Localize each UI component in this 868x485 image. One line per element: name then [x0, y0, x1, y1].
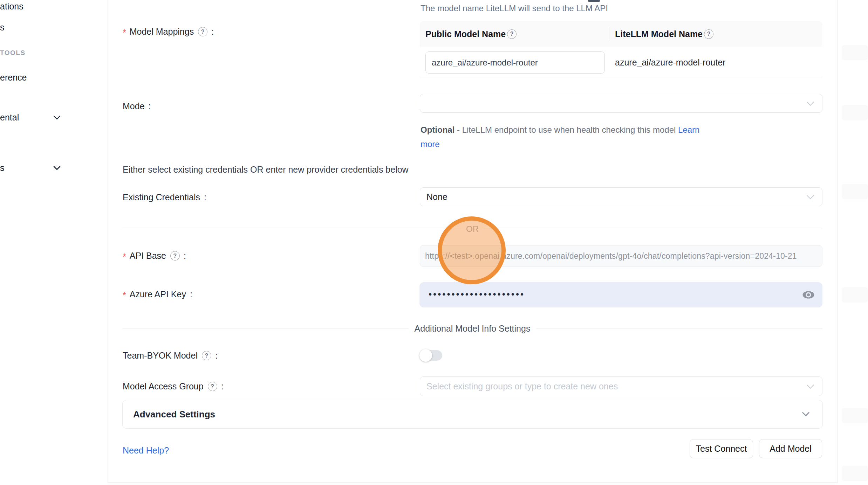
- advanced-settings-panel[interactable]: Advanced Settings: [122, 400, 823, 429]
- background-ghost-row: [842, 184, 868, 199]
- mode-help-text: Optional - LiteLLM endpoint to use when …: [421, 123, 715, 151]
- required-asterisk: *: [123, 28, 126, 38]
- azure-api-key-input[interactable]: •••••••••••••••••••••: [419, 282, 822, 307]
- litellm-model-name-header: LiteLLM Model Name ?: [609, 29, 713, 39]
- mode-help-bold: Optional: [421, 125, 454, 134]
- additional-settings-divider-text: Additional Model Info Settings: [409, 324, 536, 334]
- help-question-icon[interactable]: ?: [208, 382, 217, 391]
- chevron-down-icon: [802, 409, 809, 416]
- sidebar-item-fragment[interactable]: s: [0, 22, 5, 33]
- team-byok-label-text: Team-BYOK Model: [123, 351, 198, 361]
- existing-credentials-label: Existing Credentials :: [123, 192, 206, 202]
- public-model-name-header: Public Model Name ?: [420, 29, 609, 39]
- help-question-icon[interactable]: ?: [170, 251, 180, 261]
- chevron-down-icon: [807, 98, 814, 106]
- public-model-name-header-text: Public Model Name: [425, 29, 506, 39]
- chevron-down-icon[interactable]: [53, 112, 61, 120]
- help-question-icon[interactable]: ?: [198, 27, 207, 36]
- mode-label-text: Mode: [123, 101, 145, 111]
- required-asterisk: *: [123, 290, 126, 300]
- toggle-knob: [419, 349, 432, 362]
- sidebar-item-fragment[interactable]: s: [0, 163, 5, 173]
- public-model-name-input[interactable]: [425, 51, 605, 74]
- need-help-link[interactable]: Need Help?: [123, 445, 169, 456]
- sidebar-item-fragment[interactable]: ental: [0, 112, 19, 123]
- required-asterisk: *: [123, 252, 126, 262]
- background-ghost-row: [842, 287, 868, 303]
- existing-credentials-select[interactable]: None: [420, 187, 822, 206]
- add-model-button[interactable]: Add Model: [759, 439, 822, 458]
- masked-api-key: •••••••••••••••••••••: [419, 289, 525, 300]
- mode-label: Mode :: [123, 101, 151, 111]
- sidebar-section-tools: TOOLS: [0, 49, 26, 57]
- team-byok-toggle[interactable]: [421, 350, 442, 361]
- mode-select[interactable]: [420, 94, 822, 113]
- sidebar-item-fragment[interactable]: ations: [0, 1, 23, 12]
- model-access-group-placeholder: Select existing groups or type to create…: [426, 381, 618, 392]
- api-base-label-text: API Base: [130, 251, 166, 261]
- model-access-group-label-text: Model Access Group: [123, 381, 204, 392]
- label-colon: :: [204, 192, 206, 202]
- api-base-label: * API Base ? :: [123, 251, 186, 261]
- azure-api-key-label-text: Azure API Key: [130, 289, 186, 299]
- team-byok-label: Team-BYOK Model ? :: [123, 351, 218, 361]
- litellm-model-name-cell: azure_ai/azure-model-router: [609, 57, 725, 68]
- sidebar-item-fragment[interactable]: erence: [0, 72, 27, 83]
- background-ghost-row: [842, 408, 868, 423]
- label-colon: :: [211, 27, 214, 37]
- cutoff-element-fragment: [588, 0, 600, 2]
- mode-help-rest: - LiteLLM endpoint to use when health ch…: [454, 125, 678, 134]
- label-colon: :: [184, 251, 186, 261]
- background-ghost-row: [842, 45, 868, 60]
- litellm-model-name-header-text: LiteLLM Model Name: [615, 29, 703, 39]
- model-mapping-table: Public Model Name ? LiteLLM Model Name ?…: [420, 21, 822, 78]
- public-model-name-cell: [420, 51, 609, 74]
- help-question-icon[interactable]: ?: [507, 29, 517, 39]
- label-colon: :: [221, 381, 224, 392]
- model-mappings-label-text: Model Mappings: [130, 27, 194, 37]
- label-colon: :: [215, 351, 218, 361]
- chevron-down-icon[interactable]: [53, 163, 61, 170]
- test-connect-button[interactable]: Test Connect: [690, 439, 753, 458]
- show-password-eye-icon[interactable]: [802, 290, 815, 299]
- existing-credentials-value: None: [426, 192, 447, 202]
- help-question-icon[interactable]: ?: [202, 351, 211, 360]
- credentials-note: Either select existing credentials OR en…: [123, 165, 409, 175]
- or-divider-text: OR: [460, 224, 484, 234]
- mapping-table-row: azure_ai/azure-model-router: [420, 47, 822, 78]
- chevron-down-icon: [807, 381, 814, 389]
- azure-api-key-label: * Azure API Key :: [123, 289, 192, 299]
- litellm-model-name-helper: The model name LiteLLM will send to the …: [421, 4, 608, 13]
- help-question-icon[interactable]: ?: [704, 29, 713, 39]
- model-access-group-select[interactable]: Select existing groups or type to create…: [420, 376, 822, 396]
- model-mappings-label: * Model Mappings ? :: [123, 27, 214, 37]
- column-separator: [609, 27, 609, 41]
- label-colon: :: [149, 101, 151, 111]
- api-base-input[interactable]: https://<test>.openai.azure.com/openai/d…: [420, 245, 822, 267]
- chevron-down-icon: [807, 192, 814, 199]
- api-base-value: https://<test>.openai.azure.com/openai/d…: [425, 251, 797, 261]
- mapping-table-header: Public Model Name ? LiteLLM Model Name ?: [420, 21, 822, 47]
- background-ghost-row: [842, 466, 868, 481]
- label-colon: :: [190, 289, 192, 299]
- add-model-page: ations s TOOLS erence ental s The model …: [0, 0, 868, 485]
- existing-credentials-label-text: Existing Credentials: [123, 192, 200, 202]
- model-access-group-label: Model Access Group ? :: [123, 381, 224, 392]
- advanced-settings-title: Advanced Settings: [123, 409, 215, 420]
- background-ghost-row: [842, 105, 868, 120]
